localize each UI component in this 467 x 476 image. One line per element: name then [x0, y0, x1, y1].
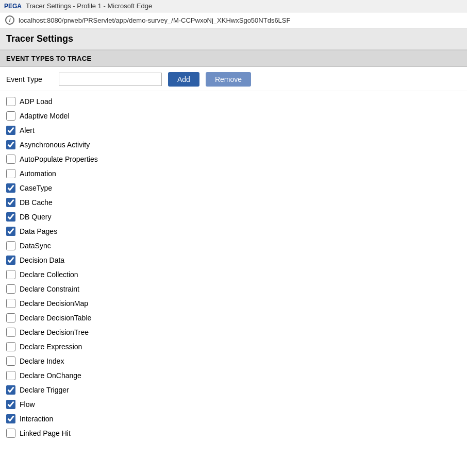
label-declare-decisiontable[interactable]: Declare DecisionTable: [20, 314, 91, 322]
checkbox-autopopulate-properties[interactable]: [6, 155, 15, 164]
label-adp-load[interactable]: ADP Load: [20, 97, 53, 106]
event-type-input[interactable]: [59, 73, 162, 86]
list-item: Alert: [0, 123, 467, 138]
checkbox-declare-index[interactable]: [6, 356, 15, 366]
list-item: Declare Collection: [0, 267, 467, 282]
label-declare-index[interactable]: Declare Index: [20, 357, 64, 365]
checkbox-automation[interactable]: [6, 169, 15, 178]
label-declare-constraint[interactable]: Declare Constraint: [20, 285, 79, 293]
list-item: Declare Expression: [0, 339, 467, 354]
event-type-label: Event Type: [6, 75, 53, 83]
page-title: Tracer Settings: [6, 33, 73, 44]
label-alert[interactable]: Alert: [20, 126, 35, 134]
label-declare-onchange[interactable]: Declare OnChange: [20, 371, 81, 380]
list-item: Data Pages: [0, 224, 467, 239]
list-item: Declare DecisionTable: [0, 311, 467, 325]
list-item: Declare Trigger: [0, 383, 467, 397]
checkbox-linked-page-hit[interactable]: [6, 429, 15, 438]
checkbox-adaptive-model[interactable]: [6, 111, 15, 121]
label-automation[interactable]: Automation: [20, 169, 56, 178]
label-asynchronous-activity[interactable]: Asynchronous Activity: [20, 141, 90, 149]
list-item: DataSync: [0, 239, 467, 253]
checkbox-flow[interactable]: [6, 400, 15, 409]
checkbox-decision-data[interactable]: [6, 256, 15, 265]
list-item: Automation: [0, 166, 467, 181]
info-icon: i: [5, 15, 14, 25]
list-item: Interaction: [0, 412, 467, 426]
event-type-row: Event Type Add Remove: [0, 67, 467, 91]
label-data-pages[interactable]: Data Pages: [20, 227, 57, 235]
checkbox-alert[interactable]: [6, 126, 15, 135]
label-autopopulate-properties[interactable]: AutoPopulate Properties: [20, 155, 98, 163]
label-declare-expression[interactable]: Declare Expression: [20, 343, 82, 351]
checkbox-declare-constraint[interactable]: [6, 284, 15, 294]
checkbox-db-cache[interactable]: [6, 198, 15, 207]
checkbox-declare-decisiontree[interactable]: [6, 328, 15, 337]
list-item: Declare Index: [0, 354, 467, 368]
label-db-query[interactable]: DB Query: [20, 213, 51, 221]
list-item: ADP Load: [0, 94, 467, 109]
label-db-cache[interactable]: DB Cache: [20, 198, 53, 207]
list-item: Declare Constraint: [0, 282, 467, 296]
list-item: Decision Data: [0, 253, 467, 267]
list-item: Declare DecisionMap: [0, 296, 467, 311]
list-item: DB Query: [0, 210, 467, 224]
checkbox-declare-decisionmap[interactable]: [6, 299, 15, 308]
list-item: AutoPopulate Properties: [0, 152, 467, 166]
checkbox-declare-trigger[interactable]: [6, 385, 15, 395]
url-text: localhost:8080/prweb/PRServlet/app/demo-…: [19, 16, 290, 24]
label-declare-trigger[interactable]: Declare Trigger: [20, 386, 69, 394]
address-bar: i localhost:8080/prweb/PRServlet/app/dem…: [0, 12, 467, 28]
pega-logo: PEGA: [4, 3, 22, 10]
checkbox-casetype[interactable]: [6, 183, 15, 193]
checkbox-db-query[interactable]: [6, 212, 15, 222]
checkbox-interaction[interactable]: [6, 414, 15, 423]
add-button[interactable]: Add: [168, 72, 199, 87]
label-decision-data[interactable]: Decision Data: [20, 256, 64, 264]
label-flow[interactable]: Flow: [20, 400, 35, 409]
checkbox-adp-load[interactable]: [6, 97, 15, 106]
label-declare-decisiontree[interactable]: Declare DecisionTree: [20, 328, 89, 336]
checkbox-declare-onchange[interactable]: [6, 371, 15, 380]
checkbox-datasync[interactable]: [6, 241, 15, 250]
list-item: Adaptive Model: [0, 109, 467, 123]
label-adaptive-model[interactable]: Adaptive Model: [20, 112, 70, 120]
list-item: Linked Page Hit: [0, 426, 467, 440]
window-title: Tracer Settings - Profile 1 - Microsoft …: [26, 2, 152, 10]
checkbox-declare-decisiontable[interactable]: [6, 313, 15, 322]
list-item: CaseType: [0, 181, 467, 195]
label-interaction[interactable]: Interaction: [20, 415, 53, 423]
list-item: Declare DecisionTree: [0, 325, 467, 339]
list-item: Flow: [0, 397, 467, 412]
label-declare-collection[interactable]: Declare Collection: [20, 270, 78, 279]
list-item: DB Cache: [0, 195, 467, 210]
checkbox-declare-collection[interactable]: [6, 270, 15, 279]
checkbox-list: ADP LoadAdaptive ModelAlertAsynchronous …: [0, 91, 467, 444]
label-declare-decisionmap[interactable]: Declare DecisionMap: [20, 299, 88, 308]
checkbox-data-pages[interactable]: [6, 227, 15, 236]
page-header: Tracer Settings: [0, 28, 467, 50]
section-header: EVENT TYPES TO TRACE: [0, 50, 467, 67]
checkbox-asynchronous-activity[interactable]: [6, 140, 15, 149]
label-casetype[interactable]: CaseType: [20, 184, 52, 192]
remove-button[interactable]: Remove: [206, 72, 251, 87]
list-item: Declare OnChange: [0, 368, 467, 383]
list-item: Asynchronous Activity: [0, 138, 467, 152]
title-bar: PEGA Tracer Settings - Profile 1 - Micro…: [0, 0, 467, 12]
label-linked-page-hit[interactable]: Linked Page Hit: [20, 429, 71, 437]
label-datasync[interactable]: DataSync: [20, 242, 51, 250]
section-title: EVENT TYPES TO TRACE: [6, 55, 91, 62]
checkbox-declare-expression[interactable]: [6, 342, 15, 351]
